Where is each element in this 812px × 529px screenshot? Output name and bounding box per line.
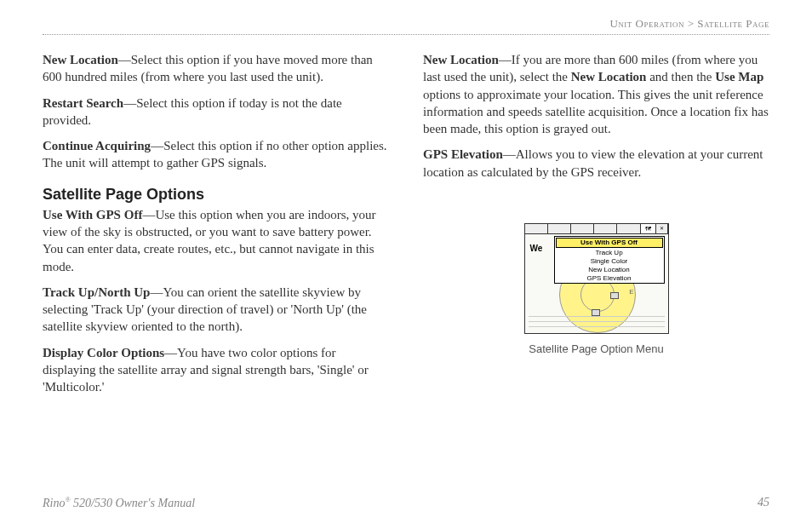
page-number: 45 bbox=[758, 496, 769, 510]
para-track-up: Track Up/North Up—You can orient the sat… bbox=[43, 284, 389, 336]
signal-bars bbox=[529, 311, 665, 331]
para-restart-search: Restart Search—Select this option if tod… bbox=[43, 95, 389, 129]
menu-item-gps-off[interactable]: Use With GPS Off bbox=[556, 238, 663, 248]
tab-blank-2 bbox=[548, 224, 571, 233]
screen-tabs: 🗺 ✕ bbox=[525, 224, 668, 234]
menu-item-single-color[interactable]: Single Color bbox=[555, 257, 664, 266]
tab-blank-1 bbox=[525, 224, 548, 233]
para-display-color: Display Color Options—You have two color… bbox=[43, 344, 389, 396]
figure-caption: Satellite Page Option Menu bbox=[423, 342, 769, 357]
menu-item-track-up[interactable]: Track Up bbox=[555, 249, 664, 257]
satellite-icon bbox=[610, 292, 619, 299]
close-icon: ✕ bbox=[656, 224, 668, 233]
figure: 🗺 ✕ We E Use With GPS Off Track Up Singl… bbox=[423, 223, 769, 357]
menu-item-new-location[interactable]: New Location bbox=[555, 266, 664, 274]
breadcrumb-page: Satellite Page bbox=[697, 17, 769, 30]
popup-menu: Use With GPS Off Track Up Single Color N… bbox=[554, 236, 665, 284]
we-label: We bbox=[530, 243, 543, 255]
manual-title: Rino® 520/530 Owner's Manual bbox=[43, 496, 195, 510]
para-continue-acquiring: Continue Acquiring—Select this option if… bbox=[43, 137, 389, 172]
tab-blank-5 bbox=[617, 224, 640, 233]
right-column: New Location—If you are more than 600 mi… bbox=[423, 51, 769, 404]
para-gps-off: Use With GPS Off—Use this option when yo… bbox=[43, 206, 389, 275]
device-screen: 🗺 ✕ We E Use With GPS Off Track Up Singl… bbox=[524, 223, 669, 334]
map-tab-icon: 🗺 bbox=[641, 224, 656, 233]
para-new-location: New Location—Select this option if you h… bbox=[43, 51, 389, 86]
left-column: New Location—Select this option if you h… bbox=[43, 51, 389, 404]
para-new-location-right: New Location—If you are more than 600 mi… bbox=[423, 51, 769, 137]
direction-east: E bbox=[629, 288, 633, 297]
divider bbox=[43, 34, 769, 35]
para-gps-elevation: GPS Elevation—Allows you to view the ele… bbox=[423, 146, 769, 181]
footer: Rino® 520/530 Owner's Manual 45 bbox=[43, 496, 769, 510]
tab-blank-3 bbox=[571, 224, 594, 233]
menu-item-gps-elevation[interactable]: GPS Elevation bbox=[555, 274, 664, 283]
tab-blank-4 bbox=[594, 224, 617, 233]
section-heading: Satellite Page Options bbox=[43, 184, 389, 204]
page-content: New Location—Select this option if you h… bbox=[43, 51, 769, 404]
breadcrumb: Unit Operation > Satellite Page bbox=[603, 17, 769, 31]
breadcrumb-section: Unit Operation bbox=[609, 17, 684, 30]
